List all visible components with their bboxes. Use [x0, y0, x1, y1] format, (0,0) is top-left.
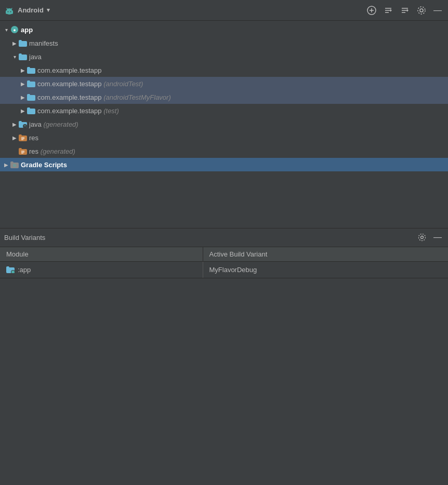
variant-cell[interactable]: MyFlavorDebug	[203, 261, 448, 278]
bv-settings-button[interactable]	[416, 231, 428, 244]
tree-item-pkg2[interactable]: ▶ com.example.testapp (androidTest)	[0, 77, 448, 90]
tree-label-manifests: manifests	[29, 39, 58, 47]
folder-icon-gradle: G	[10, 160, 19, 169]
header-actions: —	[365, 4, 444, 17]
tree-label-app: app	[21, 26, 33, 34]
build-variants-title: Build Variants	[4, 234, 416, 241]
tree-item-res[interactable]: ▶ res	[0, 131, 448, 144]
chevron-down-icon[interactable]: ▾	[47, 7, 50, 14]
panel-title-text: Android	[18, 6, 44, 14]
arrow-pkg3: ▶	[19, 95, 27, 100]
svg-point-28	[421, 236, 424, 239]
folder-icon-java	[19, 52, 27, 61]
folder-icon-app: ●	[10, 25, 19, 34]
bv-minimize-button[interactable]: —	[431, 231, 444, 244]
folder-icon-res-gen	[19, 147, 27, 155]
module-cell: :app	[0, 261, 203, 278]
module-cell-inner: :app	[6, 266, 196, 274]
tree-item-pkg1[interactable]: ▶ com.example.testapp	[0, 63, 448, 77]
settings-icon	[417, 6, 426, 15]
main-container: Android ▾	[0, 0, 448, 485]
arrow-res: ▶	[10, 135, 19, 141]
tree-label-pkg3: com.example.testapp (androidTestMyFlavor…	[37, 93, 171, 101]
tree-item-java-gen[interactable]: ▶ java (generated)	[0, 117, 448, 131]
arrow-java: ▾	[10, 54, 19, 60]
arrow-manifests: ▶	[10, 41, 19, 46]
minimize-button[interactable]: —	[431, 4, 444, 17]
folder-icon-res	[19, 133, 27, 142]
tree-label-pkg4: com.example.testapp (test)	[37, 107, 119, 115]
android-icon	[4, 5, 15, 16]
folder-icon-pkg2	[27, 79, 35, 88]
tree-item-res-gen[interactable]: ▶ res (generated)	[0, 144, 448, 158]
arrow-pkg1: ▶	[19, 68, 27, 73]
bv-actions: —	[416, 231, 444, 244]
tree-label-java-gen: java (generated)	[29, 120, 78, 128]
arrow-pkg4: ▶	[19, 108, 27, 114]
svg-point-6	[7, 8, 12, 11]
add-icon	[367, 6, 376, 15]
svg-point-3	[10, 11, 11, 12]
tree-item-pkg4[interactable]: ▶ com.example.testapp (test)	[0, 104, 448, 117]
tree-item-manifests[interactable]: ▶ manifests	[0, 36, 448, 50]
tree-item-pkg3[interactable]: ▶ com.example.testapp (androidTestMyFlav…	[0, 90, 448, 104]
build-variants-panel: Build Variants — Module Active Build Var…	[0, 228, 448, 278]
col-header-variant: Active Build Variant	[203, 247, 448, 262]
module-folder-icon	[6, 266, 15, 273]
tree-label-pkg2: com.example.testapp (androidTest)	[37, 80, 143, 88]
arrow-pkg2: ▶	[19, 81, 27, 87]
module-name: :app	[18, 266, 31, 274]
build-variants-table: Module Active Build Variant :app	[0, 247, 448, 278]
collapse-all-button[interactable]	[398, 4, 412, 17]
folder-icon-manifests	[19, 39, 27, 47]
svg-text:G: G	[13, 164, 16, 167]
folder-icon-pkg3	[27, 93, 35, 101]
arrow-java-gen: ▶	[10, 122, 19, 127]
arrow-app: ▾	[2, 27, 10, 33]
folder-icon-pkg4	[27, 106, 35, 115]
scroll-to-top-button[interactable]	[381, 4, 395, 17]
col-header-module: Module	[0, 247, 203, 262]
add-button[interactable]	[365, 4, 378, 17]
file-tree-area: ▾ ● app ▶ manifests ▾	[0, 21, 448, 228]
settings-button[interactable]	[415, 4, 428, 17]
tree-label-res: res	[29, 134, 38, 142]
svg-point-29	[419, 234, 426, 241]
scroll-top-icon	[384, 6, 393, 15]
svg-point-16	[420, 9, 423, 12]
table-row[interactable]: :app MyFlavorDebug	[0, 261, 448, 278]
file-tree: ▾ ● app ▶ manifests ▾	[0, 21, 448, 173]
svg-point-20	[23, 124, 27, 128]
bottom-empty-area	[0, 278, 448, 486]
tree-label-res-gen: res (generated)	[29, 147, 75, 155]
collapse-icon	[400, 6, 410, 15]
svg-point-2	[8, 11, 9, 12]
tree-label-pkg1: com.example.testapp	[37, 66, 102, 74]
tree-label-java: java	[29, 53, 42, 61]
folder-icon-java-gen	[19, 120, 27, 128]
bv-settings-icon	[418, 233, 426, 241]
table-header-row: Module Active Build Variant	[0, 247, 448, 262]
panel-header: Android ▾	[0, 0, 448, 21]
tree-label-gradle: Gradle Scripts	[21, 161, 67, 169]
folder-icon-pkg1	[27, 66, 35, 74]
tree-item-java[interactable]: ▾ java	[0, 50, 448, 63]
tree-item-app[interactable]: ▾ ● app	[0, 23, 448, 36]
arrow-gradle: ▶	[2, 162, 10, 168]
panel-title-area: Android ▾	[4, 5, 365, 16]
build-variants-header: Build Variants —	[0, 228, 448, 247]
svg-point-17	[418, 7, 425, 14]
svg-text:●: ●	[13, 28, 16, 33]
tree-item-gradle[interactable]: ▶ G Gradle Scripts	[0, 158, 448, 171]
